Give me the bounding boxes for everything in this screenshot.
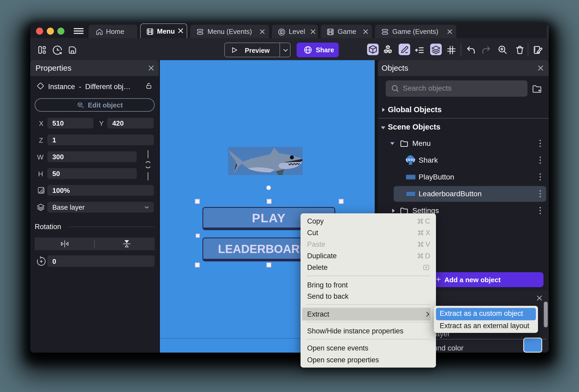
- svg-text:2D: 2D: [82, 106, 84, 109]
